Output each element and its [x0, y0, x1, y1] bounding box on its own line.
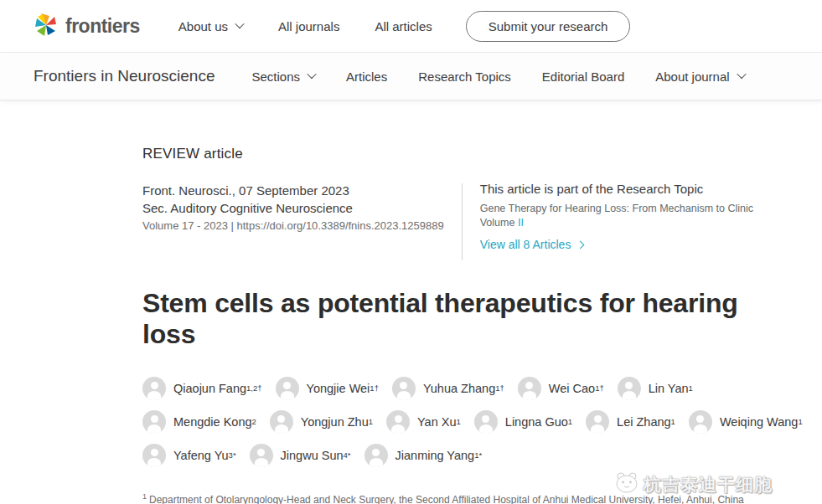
nav-about-journal[interactable]: About journal: [655, 69, 744, 84]
author-superscript: 1: [671, 417, 675, 426]
person-avatar-icon: [276, 377, 299, 400]
view-all-articles-label: View all 8 Articles: [480, 238, 571, 251]
submit-research-button[interactable]: Submit your research: [466, 11, 631, 42]
author-name: Yongjun Zhu: [301, 415, 369, 429]
author-item[interactable]: Yan Xu1: [386, 410, 461, 434]
nav-all-journals[interactable]: All journals: [278, 19, 339, 33]
author-name: Yafeng Yu: [173, 449, 229, 462]
author-superscript: 1†: [370, 383, 379, 393]
author-item[interactable]: Wei Cao1†: [518, 377, 604, 400]
person-avatar-icon: [142, 444, 166, 467]
view-all-articles-link[interactable]: View all 8 Articles: [480, 238, 788, 251]
vertical-divider: [462, 183, 463, 260]
author-item[interactable]: Yuhua Zhang1†: [392, 377, 504, 400]
author-item[interactable]: Qiaojun Fang1,2†: [142, 377, 262, 400]
citation-journal-date: Front. Neurosci., 07 September 2023: [142, 182, 462, 199]
person-avatar-icon: [270, 410, 293, 434]
author-name: Jianming Yang: [395, 449, 475, 462]
citation-section: Sec. Auditory Cognitive Neuroscience: [142, 199, 462, 217]
author-item[interactable]: Jingwu Sun4*: [250, 444, 351, 467]
nav-about-us-label: About us: [178, 19, 228, 33]
author-name: Yan Xu: [417, 415, 457, 429]
person-avatar-icon: [474, 410, 498, 434]
author-name: Wei Cao: [549, 382, 595, 395]
research-topic-heading: This article is part of the Research Top…: [480, 182, 788, 196]
nav-sections[interactable]: Sections: [251, 69, 315, 84]
author-item[interactable]: Jianming Yang1*: [364, 444, 483, 467]
author-name: Lei Zhang: [617, 415, 671, 429]
research-topic-title-suffix: II: [518, 217, 524, 229]
author-superscript: 1: [369, 417, 373, 426]
person-avatar-icon: [518, 377, 541, 400]
author-superscript: 1,2†: [246, 383, 262, 393]
frontiers-pinwheel-icon: [34, 12, 59, 40]
authors-list: Qiaojun Fang1,2†Yongjie Wei1†Yuhua Zhang…: [142, 377, 813, 467]
author-superscript: 1†: [495, 383, 504, 393]
research-topic-title[interactable]: Gene Therapy for Hearing Loss: From Mech…: [480, 202, 788, 230]
nav-all-articles-label: All articles: [375, 19, 432, 33]
person-avatar-icon: [689, 410, 712, 434]
article-title: Stem cells as potential therapeutics for…: [142, 288, 788, 350]
affiliations-list: 1Department of Otolaryngology-Head and N…: [142, 490, 813, 504]
author-item[interactable]: Lingna Guo1: [474, 410, 572, 434]
journal-nav-links: Sections Articles Research Topics Editor…: [251, 69, 744, 84]
chevron-down-icon: [307, 69, 316, 78]
author-name: Yuhua Zhang: [423, 382, 495, 395]
author-item[interactable]: Yafeng Yu3*: [142, 444, 236, 467]
author-superscript: 1†: [595, 383, 604, 393]
nav-about-us[interactable]: About us: [178, 19, 243, 33]
citation-block: Front. Neurosci., 07 September 2023 Sec.…: [142, 182, 462, 260]
journal-nav-bar: Frontiers in Neuroscience Sections Artic…: [0, 53, 822, 100]
author-name: Yongjie Wei: [307, 382, 370, 395]
nav-editorial-board[interactable]: Editorial Board: [542, 69, 624, 84]
chevron-down-icon: [235, 18, 244, 28]
author-superscript: 1: [798, 417, 802, 426]
nav-articles-label: Articles: [346, 69, 387, 84]
author-superscript: 1*: [474, 450, 482, 460]
frontiers-logo-text: frontiers: [65, 15, 140, 38]
affiliation-text: Department of Otolaryngology-Head and Ne…: [149, 494, 744, 504]
author-item[interactable]: Lei Zhang1: [586, 410, 675, 434]
person-avatar-icon: [618, 377, 641, 400]
person-avatar-icon: [586, 410, 609, 434]
person-avatar-icon: [142, 410, 166, 434]
nav-sections-label: Sections: [251, 69, 300, 84]
author-name: Lingna Guo: [505, 415, 568, 429]
author-item[interactable]: Yongjun Zhu1: [270, 410, 373, 434]
author-superscript: 1: [568, 417, 572, 426]
author-item[interactable]: Yongjie Wei1†: [276, 377, 379, 400]
author-name: Lin Yan: [649, 382, 689, 395]
author-superscript: 4*: [344, 450, 351, 460]
research-topic-block: This article is part of the Research Top…: [480, 182, 788, 260]
nav-editorial-board-label: Editorial Board: [542, 69, 624, 84]
top-nav-links: About us All journals All articles: [178, 19, 432, 33]
nav-articles[interactable]: Articles: [346, 69, 387, 84]
author-name: Jingwu Sun: [281, 449, 344, 462]
author-item[interactable]: Weiqing Wang1: [689, 410, 803, 434]
author-item[interactable]: Mengdie Kong2: [142, 410, 256, 434]
frontiers-logo[interactable]: frontiers: [34, 12, 140, 40]
affiliation-item: 1Department of Otolaryngology-Head and N…: [142, 490, 813, 504]
article-meta-row: Front. Neurosci., 07 September 2023 Sec.…: [142, 182, 788, 260]
nav-about-journal-label: About journal: [655, 69, 729, 84]
affiliation-number: 1: [142, 492, 147, 501]
nav-all-articles[interactable]: All articles: [375, 19, 432, 33]
article-type-label: REVIEW article: [142, 146, 788, 162]
person-avatar-icon: [392, 377, 416, 400]
top-nav-bar: frontiers About us All journals All arti…: [0, 0, 822, 53]
journal-title-link[interactable]: Frontiers in Neuroscience: [34, 67, 215, 85]
author-name: Qiaojun Fang: [173, 382, 246, 395]
author-superscript: 3*: [229, 450, 236, 460]
person-avatar-icon: [364, 444, 388, 467]
person-avatar-icon: [250, 444, 273, 467]
nav-all-journals-label: All journals: [278, 19, 339, 33]
nav-research-topics-label: Research Topics: [418, 69, 511, 84]
author-superscript: 1: [457, 417, 461, 426]
nav-research-topics[interactable]: Research Topics: [418, 69, 511, 84]
author-item[interactable]: Lin Yan1: [618, 377, 693, 400]
citation-volume-doi: Volume 17 - 2023 | https://doi.org/10.33…: [142, 219, 462, 232]
person-avatar-icon: [386, 410, 410, 434]
author-name: Weiqing Wang: [720, 415, 799, 429]
author-superscript: 1: [689, 383, 693, 393]
author-superscript: 2: [252, 417, 256, 426]
